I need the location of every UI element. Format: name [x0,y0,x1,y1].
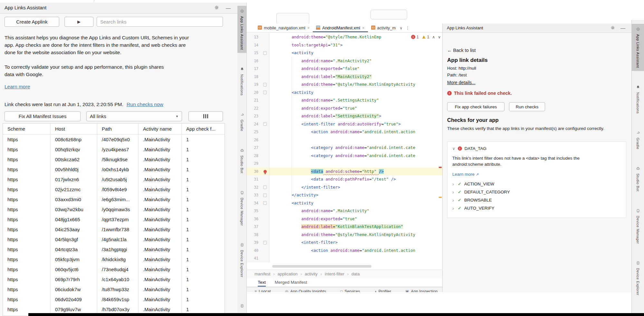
fold-icon[interactable]: - [263,51,267,55]
run-button[interactable]: ▶ [64,17,93,27]
code-line[interactable]: 32- </intent-filter> [247,183,442,192]
table-row[interactable]: https03axxd3mi0/e6g63mim....MainActivity… [3,194,225,204]
code-line[interactable]: 38 android:theme="@style/Theme.KotlinEmp… [247,231,442,239]
table-row[interactable]: https069p7r79rh/c1x64yab10.MainActivity1 [3,274,225,284]
close-icon[interactable]: × [307,25,310,30]
breadcrumb-item-manifest[interactable]: manifest [255,272,270,276]
fold-icon[interactable]: - [263,241,267,244]
gear-icon[interactable] [214,5,219,11]
code-line[interactable]: 16 android:name=".MainActivity2" [247,57,442,65]
error-bulb-icon[interactable] [264,170,267,173]
check-row-action_view[interactable]: ›✓ACTION_VIEW [452,180,621,188]
breadcrumb-item-data[interactable]: data [351,272,360,276]
table-row[interactable]: https02jv21zzmc/l059v8t4e9.MainActivity1 [3,184,225,194]
code-line[interactable]: 34- <activity [247,199,442,207]
view-tab-text[interactable]: Text [258,278,266,287]
table-row[interactable]: https017jwlxzn6/u5t2usab5j.MainActivity1 [3,174,225,184]
tab-androidmanifest-xml[interactable]: AndroidManifest.xml× [313,24,368,32]
sidebar-item-device-manager[interactable]: Device Manager [237,187,246,229]
code-line[interactable]: 22 android:exported="true" [247,104,442,113]
code-line[interactable]: 26 [247,136,442,144]
code-line[interactable]: 17 android:exported="false" [247,65,442,73]
fix-all-manifest-issues-button[interactable]: Fix All Manifest Issues [5,111,81,121]
code-line[interactable]: 39- <intent-filter> [247,239,442,247]
table-row[interactable]: https00tskcza62/5lknugk9se.MainActivity1 [3,154,225,164]
column-header[interactable]: Scheme [3,126,50,132]
breadcrumb-item-application[interactable]: application [277,272,297,276]
learn-more-link[interactable]: Learn more [452,172,475,177]
error-count[interactable]: !1 [411,35,419,39]
code-line[interactable]: 31 <data android:pathPrefix="/test" /> [247,175,442,183]
search-links-input[interactable] [97,17,223,27]
view-tab-merged-manifest[interactable]: Merged Manifest [275,278,307,287]
table-row[interactable]: https06dv02o409/84k659v1sp.MainActivity1 [3,294,225,304]
horizontal-scrollbar[interactable] [272,265,371,268]
tab-activity_m[interactable]: activity_m [368,24,399,32]
code-line[interactable]: 25 <action android:name="android.intent.… [247,128,442,136]
check-row-default_category[interactable]: ›✓DEFAULT_CATEGORY [452,188,621,196]
code-line[interactable]: 28 <category android:name="android.inten… [247,152,442,160]
sidebar-item-partial[interactable] [237,301,246,312]
table-row[interactable]: https05kfcp3jvm/khidckix8g.MainActivity1 [3,254,225,264]
sidebar-item-device-explorer[interactable]: Device Explorer [632,258,644,298]
code-line[interactable]: 20- <activity [247,89,442,97]
toolwindow-button-app-inspection[interactable]: ▣App Inspection [405,289,437,292]
chevron-down-icon[interactable]: ∨ [399,26,402,30]
gear-icon[interactable] [610,25,615,31]
sidebar-item-gradle[interactable]: Gradle [237,109,246,134]
column-header[interactable]: Activity name [138,123,181,134]
column-header[interactable]: Path [97,123,138,134]
fold-icon[interactable]: - [263,185,267,189]
table-row[interactable]: https048jg1x665/qgrt37ezpm.MainActivity1 [3,214,225,224]
create-applink-button[interactable]: Create Applink [5,17,59,27]
sidebar-item-app-links-assistant[interactable]: App Links Assistant [632,24,644,71]
toolwindow-button-services[interactable]: □Services [340,289,360,292]
code-line[interactable]: 14 tools:targetApi="31"> [247,41,442,49]
learn-more-link[interactable]: Learn more [5,84,30,90]
prev-issue-icon[interactable]: ∧ [432,35,435,39]
fold-icon[interactable]: - [263,122,267,126]
fold-icon[interactable]: - [263,193,267,197]
links-filter-dropdown[interactable]: All links ▼ [86,111,182,121]
code-line[interactable]: 18 android:label="MainActivity2" [247,73,442,81]
breadcrumb-item-activity[interactable]: activity [305,272,318,276]
fix-app-check-failures-button[interactable]: Fix app check failures [447,102,505,111]
toolwindow-button-profiler[interactable]: ◑Profiler [374,289,391,292]
table-row[interactable]: https060qv5jct6/73ne8udqj4.MainActivity1 [3,264,225,274]
sidebar-item-notifications[interactable]: Notifications [237,64,246,98]
run-checks-now-link[interactable]: Run checks now [127,102,163,107]
code-line[interactable]: 36 android:exported="true" [247,215,442,223]
minimize-icon[interactable]: — [620,25,626,31]
code-line[interactable]: 30 <data android:scheme="http" /> [247,168,442,176]
warning-stripe-mark[interactable] [439,197,442,198]
table-row[interactable]: https04rtcqtz3a/3a1hgptqgi.MainActivity1 [3,244,225,254]
code-line[interactable]: 21 android:name=".SettingsActivity" [247,96,442,104]
code-editor[interactable]: 13 android:theme="@style/Theme.KotlinEmp… [247,33,442,264]
back-to-list-link[interactable]: ← Back to list [447,48,476,53]
sidebar-item-studio-bot[interactable]: Studio Bot [237,145,246,176]
tab-mobile_navigation-xml[interactable]: mobile_navigation.xml× [255,24,313,32]
run-checks-button[interactable]: Run checks [509,102,545,111]
kebab-icon[interactable]: ⋮ [406,26,409,30]
toolwindow-button-logcat[interactable]: ≡Logcat [255,289,271,292]
close-icon[interactable]: × [362,25,365,30]
toolwindow-button-app-quality-insights[interactable]: ◎App Quality Insights [285,289,326,292]
sidebar-item-gradle[interactable]: Gradle [632,127,644,152]
code-line[interactable]: 33- </activity> [247,191,442,199]
code-line[interactable]: 23 android:label="SettingsActivity"> [247,112,442,120]
check-row-browsable[interactable]: ›✓BROWSABLE [452,196,621,204]
error-stripe-mark[interactable] [439,167,442,168]
sidebar-item-notifications[interactable]: Notifications [632,82,644,116]
breadcrumb-item-intent-filter[interactable]: intent-filter [325,272,344,276]
fold-icon[interactable]: - [263,91,267,94]
code-line[interactable]: 24- <intent-filter android:autoVerify="t… [247,120,442,128]
more-details-link[interactable]: More details... [447,80,476,85]
table-row[interactable]: https03wq7w2kbu/y0qqimaw3s.MainActivity1 [3,204,225,214]
next-issue-icon[interactable]: ∨ [438,35,441,39]
table-row[interactable]: https00hq9zrkqv/yzu4kpeas7.MainActivity1 [3,144,225,154]
column-header[interactable]: Host [50,123,97,134]
minimize-icon[interactable]: — [226,5,231,11]
warning-count[interactable]: 1 [422,35,429,39]
fold-icon[interactable]: - [263,83,267,86]
failed-check-row[interactable]: ∨ ! DATA_TAG [452,146,621,151]
